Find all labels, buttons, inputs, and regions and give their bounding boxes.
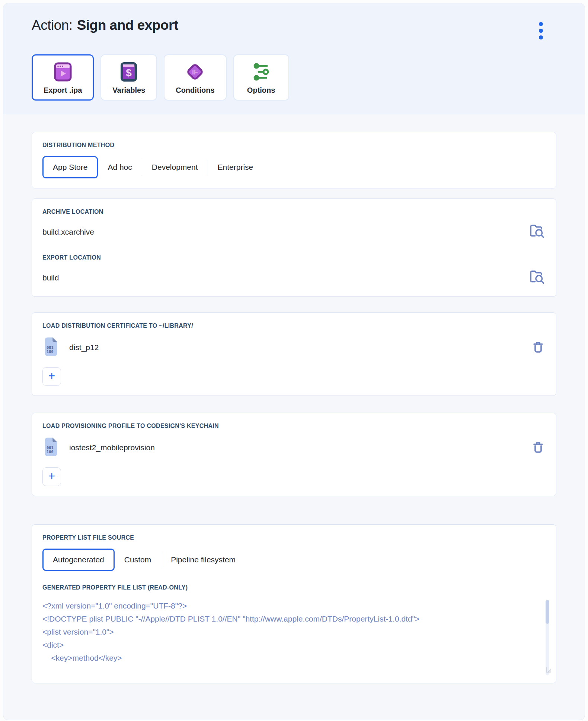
- binary-file-icon: 001 100: [42, 437, 60, 458]
- sliders-icon: [251, 61, 271, 83]
- add-profile-button[interactable]: +: [42, 467, 61, 486]
- folder-search-icon: [528, 223, 546, 241]
- plist-line: <?xml version="1.0" encoding="UTF-8"?>: [42, 599, 531, 612]
- tab-label: Conditions: [176, 86, 214, 95]
- tab-variables[interactable]: $ Variables: [100, 54, 157, 101]
- binary-file-icon: 001 100: [42, 337, 60, 358]
- browse-export-location-button[interactable]: [528, 269, 546, 287]
- resize-grip-icon[interactable]: [546, 667, 552, 673]
- svg-text:100: 100: [47, 349, 54, 354]
- certificate-file-name[interactable]: dist_p12: [69, 343, 531, 352]
- action-editor-panel: Action:Sign and export Export .ipa: [3, 3, 585, 720]
- export-location-value[interactable]: build: [42, 273, 59, 282]
- tab-conditions[interactable]: IF Conditions: [164, 54, 226, 101]
- plist-line: <dict>: [42, 638, 531, 651]
- plist-line: <!DOCTYPE plist PUBLIC "-//Apple//DTD PL…: [42, 612, 531, 625]
- tab-label: Variables: [112, 86, 145, 95]
- archive-location-label: ARCHIVE LOCATION: [42, 209, 546, 215]
- generated-plist-label: GENERATED PROPERTY FILE LIST (READ-ONLY): [42, 584, 546, 591]
- distribution-option-ad-hoc[interactable]: Ad hoc: [98, 163, 141, 172]
- svg-text:IF: IF: [192, 69, 198, 76]
- trash-icon: [531, 340, 546, 356]
- distribution-method-options: App Store Ad hoc Development Enterprise: [42, 156, 546, 178]
- if-diamond-icon: IF: [184, 61, 206, 83]
- plist-source-label: PROPERTY LIST FILE SOURCE: [42, 534, 546, 541]
- scrollbar-track[interactable]: [546, 600, 549, 675]
- title-action-name: Sign and export: [77, 18, 178, 33]
- panel-header: Action:Sign and export Export .ipa: [3, 3, 585, 114]
- profile-label: LOAD PROVISIONING PROFILE TO CODESIGN'S …: [42, 423, 546, 429]
- page-title: Action:Sign and export: [32, 18, 178, 33]
- export-location-label: EXPORT LOCATION: [42, 254, 546, 261]
- certificate-label: LOAD DISTRIBUTION CERTIFICATE TO ~/LIBRA…: [42, 323, 546, 329]
- kebab-menu-icon: [539, 22, 543, 26]
- add-certificate-button[interactable]: +: [42, 367, 61, 386]
- tab-options[interactable]: Options: [233, 54, 289, 101]
- dollar-book-icon: $: [119, 61, 138, 83]
- svg-text:100: 100: [47, 450, 54, 454]
- remove-certificate-button[interactable]: [531, 340, 546, 356]
- profile-file-row: 001 100 iostest2_mobileprovision: [42, 437, 546, 458]
- archive-location-value[interactable]: build.xcarchive: [42, 228, 94, 236]
- plus-icon: +: [48, 470, 55, 482]
- trash-icon: [531, 440, 546, 456]
- svg-text:$: $: [126, 67, 132, 79]
- distribution-method-label: DISTRIBUTION METHOD: [42, 142, 546, 149]
- distribution-method-section: DISTRIBUTION METHOD App Store Ad hoc Dev…: [32, 132, 556, 188]
- property-list-section: PROPERTY LIST FILE SOURCE Autogenerated …: [32, 524, 556, 683]
- tab-label: Export .ipa: [44, 86, 82, 95]
- distribution-option-development[interactable]: Development: [142, 163, 208, 172]
- distribution-option-enterprise[interactable]: Enterprise: [208, 163, 263, 172]
- app-window-play-icon: [52, 61, 73, 83]
- action-tabs: Export .ipa $ Variables IF: [32, 54, 556, 101]
- plist-line: <key>method</key>: [42, 651, 531, 664]
- panel-body: DISTRIBUTION METHOD App Store Ad hoc Dev…: [3, 114, 585, 683]
- plus-icon: +: [48, 370, 55, 382]
- distribution-certificate-section: LOAD DISTRIBUTION CERTIFICATE TO ~/LIBRA…: [32, 312, 556, 396]
- distribution-option-app-store[interactable]: App Store: [42, 156, 98, 178]
- more-menu-button[interactable]: [537, 20, 545, 42]
- remove-profile-button[interactable]: [531, 440, 546, 456]
- certificate-file-row: 001 100 dist_p12: [42, 337, 546, 358]
- folder-search-icon: [528, 269, 546, 287]
- scrollbar-thumb[interactable]: [546, 600, 549, 624]
- browse-archive-location-button[interactable]: [528, 223, 546, 241]
- title-prefix: Action:: [32, 18, 73, 33]
- profile-file-name[interactable]: iostest2_mobileprovision: [69, 443, 531, 452]
- plist-line: <plist version="1.0">: [42, 625, 531, 638]
- tab-label: Options: [247, 86, 275, 95]
- locations-section: ARCHIVE LOCATION build.xcarchive EXPORT …: [32, 198, 556, 297]
- plist-source-pipeline-filesystem[interactable]: Pipeline filesystem: [161, 555, 245, 564]
- generated-plist-textarea[interactable]: <?xml version="1.0" encoding="UTF-8"?> <…: [42, 598, 546, 673]
- provisioning-profile-section: LOAD PROVISIONING PROFILE TO CODESIGN'S …: [32, 413, 556, 496]
- plist-source-autogenerated[interactable]: Autogenerated: [42, 549, 115, 571]
- plist-source-options: Autogenerated Custom Pipeline filesystem: [42, 549, 546, 571]
- plist-source-custom[interactable]: Custom: [115, 555, 161, 564]
- tab-export-ipa[interactable]: Export .ipa: [32, 54, 94, 101]
